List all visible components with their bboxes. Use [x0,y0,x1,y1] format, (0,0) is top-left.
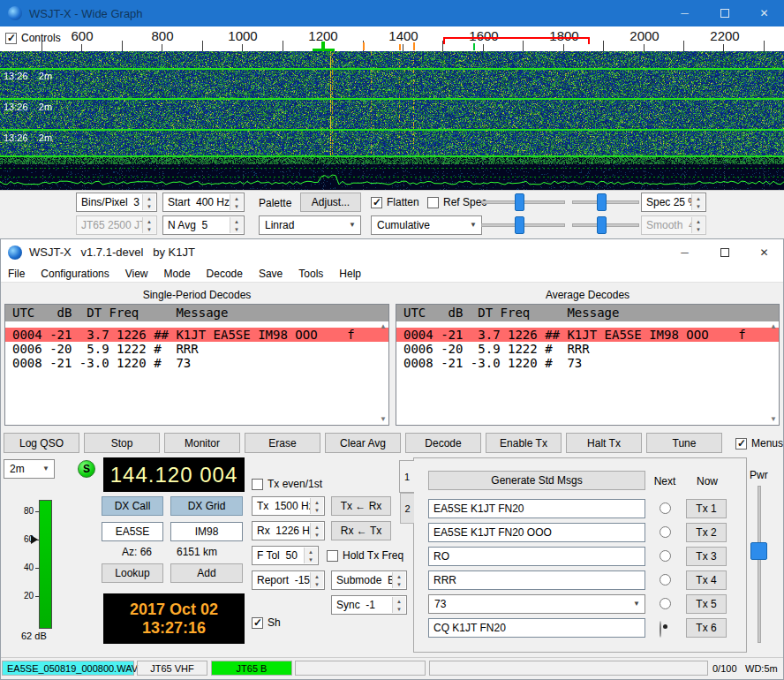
spinner-arrows-icon[interactable]: ▲▼ [304,548,317,563]
tx-3-button[interactable]: Tx 3 [686,547,727,566]
monitor-button[interactable]: Monitor [164,433,240,453]
menu-configurations[interactable]: Configurations [33,266,117,282]
waterfall-zero-slider[interactable] [572,193,639,211]
tx-message-6-field[interactable]: CQ K1JT FN20 [428,618,645,638]
tx-2-button[interactable]: Tx 2 [686,523,727,542]
tx-message-4-radio[interactable] [660,574,671,586]
scroll-up-icon[interactable]: ▲ [770,323,777,330]
single-decodes-pane[interactable]: UTC dB DT Freq Message 0004 -21 3.7 1226… [4,304,389,426]
scroll-down-icon[interactable]: ▼ [380,416,387,423]
tx-even-checkbox[interactable]: Tx even/1st [252,478,322,490]
flatten-checkbox[interactable]: Flatten [371,196,419,208]
tab-1[interactable]: 1 [399,460,414,493]
scroll-up-icon[interactable]: ▲ [380,323,387,330]
spinner-arrows-icon[interactable]: ▲▼ [310,498,323,514]
close-icon[interactable]: ✕ [744,0,784,26]
spinner-arrows-icon[interactable]: ▲▼ [230,194,243,210]
slider-handle[interactable] [597,216,607,234]
average-decodes-list[interactable]: 0004 -21 3.7 1226 ## K1JT EA5SE IM98 OOO… [396,321,779,425]
generate-std-msgs-button[interactable]: Generate Std Msgs [428,471,645,490]
menu-mode[interactable]: Mode [156,266,199,282]
tx-message-2-radio[interactable] [660,526,671,538]
hold-tx-freq-checkbox[interactable]: Hold Tx Freq [327,549,403,562]
tx-message-3-radio[interactable] [660,550,671,562]
frequency-scale[interactable]: Controls 600 800 1000 1200 1400 1600 180… [0,26,784,51]
erase-button[interactable]: Erase [245,433,320,453]
decode-row[interactable]: 0006 -20 5.9 1222 # RRR [396,342,779,356]
maximize-icon[interactable] [705,239,744,266]
report-spinbox[interactable]: Report -15 ▲▼ [252,570,325,590]
decode-button[interactable]: Decode [405,433,481,453]
tune-button[interactable]: Tune [646,433,722,453]
rx-freq-spinbox[interactable]: Rx 1226 Hz ▲▼ [252,521,325,540]
waterfall-display[interactable] [0,51,784,190]
tx-freq-spinbox[interactable]: Tx 1500 Hz ▲▼ [252,496,325,516]
menu-tools[interactable]: Tools [290,266,331,282]
spinner-arrows-icon[interactable]: ▲▼ [392,572,405,588]
maximize-icon[interactable] [705,0,744,26]
spinner-arrows-icon[interactable]: ▲▼ [691,194,705,210]
spectrum-gain-slider[interactable] [481,216,565,234]
spec-percent-spinbox[interactable]: Spec 25 % ▲▼ [641,193,706,212]
scroll-down-icon[interactable]: ▼ [770,416,777,423]
menu-save[interactable]: Save [251,266,290,282]
menu-file[interactable]: File [0,266,33,282]
decode-row[interactable]: 0006 -20 5.9 1222 # RRR [5,342,388,356]
halt-tx-button[interactable]: Halt Tx [566,433,642,453]
dx-grid-field[interactable]: IM98 [170,522,243,541]
bins-pixel-spinbox[interactable]: Bins/Pixel 3 ▲▼ [76,193,157,212]
decode-row[interactable]: 0004 -21 3.7 1226 ## K1JT EA5SE IM98 OOO… [5,328,388,342]
submode-spinbox[interactable]: Submode B ▲▼ [331,570,407,590]
menus-checkbox[interactable]: Menus [735,437,783,450]
tx-from-rx-button[interactable]: Tx ← Rx [331,496,391,516]
tx-message-1-field[interactable]: EA5SE K1JT FN20 [428,499,645,518]
ftol-spinbox[interactable]: F Tol 50 ▲▼ [252,546,319,565]
average-decodes-pane[interactable]: UTC dB DT Freq Message 0004 -21 3.7 1226… [396,304,780,426]
band-combobox[interactable]: 2m ▼ [4,459,55,479]
menu-decode[interactable]: Decode [199,266,251,282]
pwr-slider-handle[interactable] [750,542,767,560]
spinner-arrows-icon[interactable]: ▲▼ [310,523,323,539]
palette-combobox[interactable]: Linrad ▼ [259,215,361,235]
add-button[interactable]: Add [170,563,243,583]
slider-handle[interactable] [515,216,524,234]
dx-call-field[interactable]: EA5SE [102,522,163,541]
decode-row[interactable]: 0004 -21 3.7 1226 ## K1JT EA5SE IM98 OOO… [396,328,779,342]
tx-message-5-combobox[interactable]: 73 ▼ [428,594,645,614]
tx-4-button[interactable]: Tx 4 [686,570,727,590]
minimize-icon[interactable]: ─ [665,0,705,26]
tx-message-6-radio[interactable] [660,621,661,638]
decode-row[interactable]: 0008 -21 -3.0 1220 # 73 [396,356,779,370]
dx-grid-button[interactable]: DX Grid [170,496,243,516]
wide-graph-titlebar[interactable]: WSJT-X - Wide Graph ─ ✕ [0,0,784,26]
lookup-button[interactable]: Lookup [102,563,163,583]
adjust-button[interactable]: Adjust... [300,193,361,212]
slider-handle[interactable] [597,193,607,211]
close-icon[interactable]: ✕ [744,239,784,266]
minimize-icon[interactable]: ─ [665,239,705,266]
decode-row[interactable]: 0008 -21 -3.0 1220 # 73 [5,356,388,370]
dx-call-button[interactable]: DX Call [102,496,163,516]
ref-spec-checkbox[interactable]: Ref Spec [427,196,486,208]
rx-from-tx-button[interactable]: Rx ← Tx [331,521,391,540]
tab-2[interactable]: 2 [400,493,414,524]
clear-avg-button[interactable]: Clear Avg [325,433,401,453]
spinner-arrows-icon[interactable]: ▲▼ [142,194,155,210]
tx-message-4-field[interactable]: RRR [428,570,645,590]
log-qso-button[interactable]: Log QSO [4,433,79,453]
menu-help[interactable]: Help [331,266,369,282]
menu-view[interactable]: View [117,266,156,282]
waterfall-gain-slider[interactable] [481,193,565,211]
slider-handle[interactable] [515,193,524,211]
tx-message-2-field[interactable]: EA5SE K1JT FN20 OOO [428,523,645,542]
tx-message-1-radio[interactable] [660,502,671,514]
tx-message-5-radio[interactable] [660,598,671,609]
single-decodes-list[interactable]: 0004 -21 3.7 1226 ## K1JT EA5SE IM98 OOO… [5,321,388,425]
tx-5-button[interactable]: Tx 5 [686,594,727,614]
stop-button[interactable]: Stop [84,433,160,453]
pwr-slider[interactable] [758,486,761,643]
spectrum-mode-combobox[interactable]: Cumulative ▼ [371,215,482,235]
spinner-arrows-icon[interactable]: ▲▼ [230,217,243,233]
n-avg-spinbox[interactable]: N Avg 5 ▲▼ [162,215,245,235]
sh-checkbox[interactable]: Sh [252,616,281,629]
